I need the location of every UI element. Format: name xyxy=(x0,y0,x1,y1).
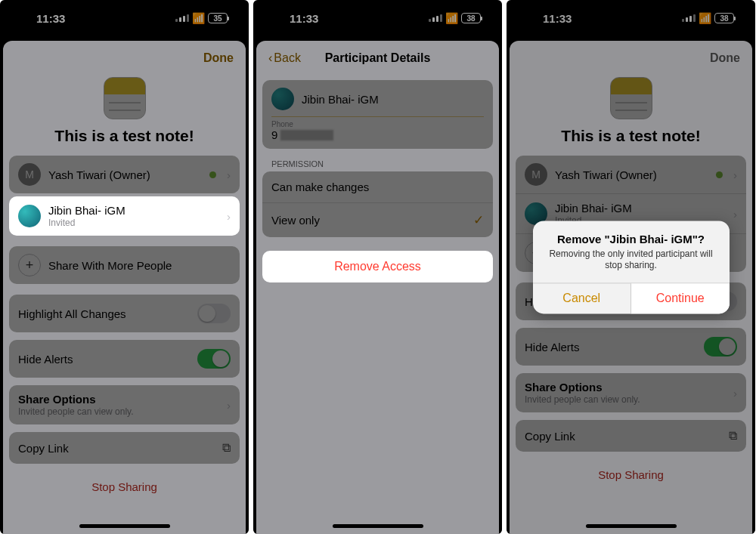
done-button[interactable]: Done xyxy=(203,51,234,65)
share-sheet: Done This is a test note! M Yash Tiwari … xyxy=(3,41,246,534)
copy-link-icon: ⧉ xyxy=(222,441,231,455)
owner-name: Yash Tiwari (Owner) xyxy=(48,168,202,181)
share-options-row[interactable]: Share Options Invited people can view on… xyxy=(9,385,240,424)
wifi-icon: 📶 xyxy=(192,12,205,24)
back-button[interactable]: ‹Back xyxy=(268,51,301,65)
note-title: This is a test note! xyxy=(3,127,246,145)
participant-sheet: ‹Back Participant Details Jibin Bhai- iG… xyxy=(256,41,499,534)
home-indicator[interactable] xyxy=(79,524,170,528)
chevron-right-icon: › xyxy=(227,210,231,223)
phone-label: Phone xyxy=(271,120,484,128)
continue-button[interactable]: Continue xyxy=(631,283,730,313)
owner-avatar: M xyxy=(18,163,41,186)
chevron-left-icon: ‹ xyxy=(268,51,272,65)
cancel-button[interactable]: Cancel xyxy=(533,283,632,313)
home-indicator[interactable] xyxy=(333,524,423,528)
notes-app-icon xyxy=(104,77,146,119)
contact-card: Jibin Bhai- iGM Phone 9 xyxy=(262,80,493,149)
alert-message: Removing the only invited participant wi… xyxy=(544,248,719,272)
plus-icon: + xyxy=(18,254,41,276)
copy-link-row[interactable]: Copy Link ⧉ xyxy=(9,432,240,464)
permission-header: PERMISSION xyxy=(256,159,499,171)
contact-avatar xyxy=(271,88,294,110)
invitee-avatar xyxy=(18,205,41,227)
sheet-header: Done xyxy=(3,41,246,73)
status-right: 📶 35 xyxy=(175,12,228,24)
screen-1-share-sheet: 11:33 📶 35 Done This is a test note! M Y… xyxy=(0,0,249,534)
alert-title: Remove "Jibin Bhai- iGM"? xyxy=(544,233,719,245)
participants-group: M Yash Tiwari (Owner) › xyxy=(9,156,240,193)
share-more-group: + Share With More People xyxy=(9,246,240,284)
hide-alerts-toggle[interactable] xyxy=(197,349,231,369)
highlight-changes-label: Highlight All Changes xyxy=(18,307,126,320)
status-bar: 11:33 📶 38 xyxy=(253,0,502,36)
copy-link-label: Copy Link xyxy=(18,442,69,455)
contact-name: Jibin Bhai- iGM xyxy=(302,93,379,106)
share-options-sub: Invited people can view only. xyxy=(18,406,134,417)
invitee-row-highlighted[interactable]: Jibin Bhai- iGM Invited › xyxy=(9,196,240,236)
invitee-status: Invited xyxy=(48,218,219,228)
invitee-name: Jibin Bhai- iGM xyxy=(48,204,219,217)
stop-sharing-button[interactable]: Stop Sharing xyxy=(3,471,246,507)
wifi-icon: 📶 xyxy=(445,12,458,24)
signal-icon xyxy=(175,14,189,22)
remove-access-button[interactable]: Remove Access xyxy=(262,251,493,282)
screen-3-confirm-remove: 11:33 📶 38 Done This is a test note! M Y… xyxy=(507,0,755,534)
can-make-changes-label: Can make changes xyxy=(271,181,369,193)
screen-2-participant-details: 11:33 📶 38 ‹Back Participant Details Jib… xyxy=(253,0,502,534)
view-only-label: View only xyxy=(271,214,320,227)
highlight-changes-toggle[interactable] xyxy=(197,304,231,323)
status-bar: 11:33 📶 35 xyxy=(0,0,249,36)
hide-alerts-row[interactable]: Hide Alerts xyxy=(9,340,240,378)
chevron-right-icon: › xyxy=(227,168,231,181)
permission-group: Can make changes View only ✓ xyxy=(262,171,493,237)
remove-alert: Remove "Jibin Bhai- iGM"? Removing the o… xyxy=(533,221,730,313)
signal-icon xyxy=(429,14,442,22)
hide-alerts-label: Hide Alerts xyxy=(18,353,73,366)
status-right: 📶 38 xyxy=(429,12,481,24)
participant-header: ‹Back Participant Details xyxy=(256,41,499,73)
check-icon: ✓ xyxy=(473,212,484,228)
status-time: 11:33 xyxy=(36,12,65,25)
chevron-right-icon: › xyxy=(227,399,231,412)
can-make-changes-row[interactable]: Can make changes xyxy=(262,171,493,202)
owner-row[interactable]: M Yash Tiwari (Owner) › xyxy=(9,156,240,193)
redacted-phone xyxy=(280,130,333,140)
status-time: 11:33 xyxy=(290,12,318,25)
view-only-row[interactable]: View only ✓ xyxy=(262,202,493,237)
share-more-row[interactable]: + Share With More People xyxy=(9,246,240,284)
phone-value: 9 xyxy=(271,128,484,141)
highlight-changes-row[interactable]: Highlight All Changes xyxy=(9,295,240,332)
online-dot-icon xyxy=(209,171,216,178)
battery-icon: 38 xyxy=(461,13,481,23)
share-more-label: Share With More People xyxy=(48,259,231,272)
battery-icon: 35 xyxy=(208,13,228,23)
share-options-label: Share Options xyxy=(18,393,134,406)
